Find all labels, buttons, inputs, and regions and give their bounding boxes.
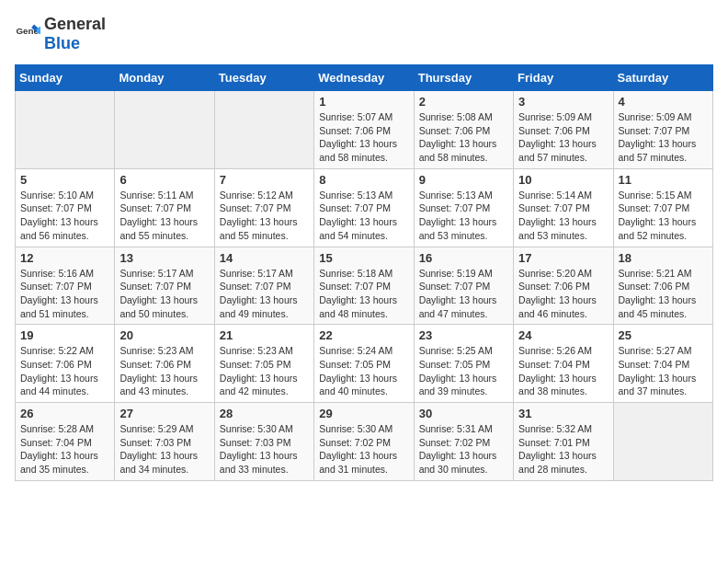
calendar-table: SundayMondayTuesdayWednesdayThursdayFrid…: [15, 64, 713, 481]
day-info: Sunrise: 5:07 AMSunset: 7:06 PMDaylight:…: [319, 110, 408, 165]
day-cell: [214, 91, 313, 169]
day-number: 8: [319, 173, 408, 187]
day-info: Sunrise: 5:30 AMSunset: 7:03 PMDaylight:…: [220, 422, 309, 477]
day-info: Sunrise: 5:08 AMSunset: 7:06 PMDaylight:…: [419, 110, 508, 165]
day-info: Sunrise: 5:31 AMSunset: 7:02 PMDaylight:…: [419, 422, 508, 477]
day-number: 17: [518, 251, 608, 265]
day-info: Sunrise: 5:20 AMSunset: 7:06 PMDaylight:…: [518, 267, 608, 321]
day-info: Sunrise: 5:28 AMSunset: 7:04 PMDaylight:…: [20, 422, 109, 477]
day-number: 5: [20, 173, 109, 187]
day-info: Sunrise: 5:24 AMSunset: 7:05 PMDaylight:…: [319, 344, 408, 398]
day-number: 22: [319, 328, 408, 342]
day-number: 16: [419, 251, 508, 265]
day-number: 29: [319, 407, 408, 420]
weekday-header-friday: Friday: [514, 65, 613, 91]
day-info: Sunrise: 5:23 AMSunset: 7:06 PMDaylight:…: [119, 344, 209, 398]
day-cell: 6Sunrise: 5:11 AMSunset: 7:07 PMDaylight…: [115, 168, 214, 247]
page-header: General General Blue: [15, 15, 713, 53]
day-cell: 1Sunrise: 5:07 AMSunset: 7:06 PMDaylight…: [314, 91, 414, 169]
day-number: 4: [619, 95, 708, 109]
week-row-1: 1Sunrise: 5:07 AMSunset: 7:06 PMDaylight…: [16, 91, 713, 169]
day-number: 11: [619, 173, 708, 187]
day-number: 14: [220, 251, 309, 265]
day-info: Sunrise: 5:16 AMSunset: 7:07 PMDaylight:…: [20, 267, 109, 321]
day-info: Sunrise: 5:27 AMSunset: 7:04 PMDaylight:…: [619, 344, 708, 398]
weekday-header-thursday: Thursday: [414, 65, 513, 91]
day-cell: 8Sunrise: 5:13 AMSunset: 7:07 PMDaylight…: [314, 168, 414, 247]
day-number: 15: [319, 251, 408, 265]
day-info: Sunrise: 5:17 AMSunset: 7:07 PMDaylight:…: [220, 267, 309, 321]
day-number: 6: [119, 173, 209, 187]
day-number: 28: [220, 407, 309, 420]
day-info: Sunrise: 5:13 AMSunset: 7:07 PMDaylight:…: [319, 189, 408, 243]
day-cell: [613, 403, 712, 481]
day-number: 12: [20, 251, 109, 265]
day-info: Sunrise: 5:19 AMSunset: 7:07 PMDaylight:…: [419, 267, 508, 321]
week-row-5: 26Sunrise: 5:28 AMSunset: 7:04 PMDayligh…: [16, 403, 713, 481]
day-number: 27: [119, 407, 209, 420]
day-cell: 31Sunrise: 5:32 AMSunset: 7:01 PMDayligh…: [514, 403, 613, 481]
day-number: 1: [319, 95, 408, 109]
day-info: Sunrise: 5:23 AMSunset: 7:05 PMDaylight:…: [220, 344, 309, 398]
day-info: Sunrise: 5:29 AMSunset: 7:03 PMDaylight:…: [119, 422, 209, 477]
day-number: 18: [619, 251, 708, 265]
day-info: Sunrise: 5:09 AMSunset: 7:07 PMDaylight:…: [619, 110, 708, 165]
day-number: 19: [20, 328, 109, 342]
day-info: Sunrise: 5:26 AMSunset: 7:04 PMDaylight:…: [518, 344, 608, 398]
day-number: 21: [220, 328, 309, 342]
day-info: Sunrise: 5:11 AMSunset: 7:07 PMDaylight:…: [119, 189, 209, 243]
day-cell: 21Sunrise: 5:23 AMSunset: 7:05 PMDayligh…: [214, 325, 313, 403]
logo-blue-text: Blue: [44, 34, 80, 52]
day-cell: 12Sunrise: 5:16 AMSunset: 7:07 PMDayligh…: [16, 247, 115, 325]
weekday-header-wednesday: Wednesday: [314, 65, 414, 91]
day-cell: 23Sunrise: 5:25 AMSunset: 7:05 PMDayligh…: [414, 325, 513, 403]
weekday-header-sunday: Sunday: [16, 65, 115, 91]
day-cell: 22Sunrise: 5:24 AMSunset: 7:05 PMDayligh…: [314, 325, 414, 403]
day-cell: [115, 91, 214, 169]
day-cell: 15Sunrise: 5:18 AMSunset: 7:07 PMDayligh…: [314, 247, 414, 325]
day-number: 31: [518, 407, 608, 420]
day-cell: 14Sunrise: 5:17 AMSunset: 7:07 PMDayligh…: [214, 247, 313, 325]
day-cell: 7Sunrise: 5:12 AMSunset: 7:07 PMDaylight…: [214, 168, 313, 247]
day-cell: 18Sunrise: 5:21 AMSunset: 7:06 PMDayligh…: [613, 247, 712, 325]
day-number: 13: [119, 251, 209, 265]
day-info: Sunrise: 5:30 AMSunset: 7:02 PMDaylight:…: [319, 422, 408, 477]
day-info: Sunrise: 5:25 AMSunset: 7:05 PMDaylight:…: [419, 344, 508, 398]
day-number: 3: [518, 95, 608, 109]
day-cell: 16Sunrise: 5:19 AMSunset: 7:07 PMDayligh…: [414, 247, 513, 325]
day-number: 30: [419, 407, 508, 420]
day-info: Sunrise: 5:32 AMSunset: 7:01 PMDaylight:…: [518, 422, 608, 477]
day-info: Sunrise: 5:09 AMSunset: 7:06 PMDaylight:…: [518, 110, 608, 165]
day-cell: 4Sunrise: 5:09 AMSunset: 7:07 PMDaylight…: [613, 91, 712, 169]
day-number: 23: [419, 328, 508, 342]
day-cell: 17Sunrise: 5:20 AMSunset: 7:06 PMDayligh…: [514, 247, 613, 325]
day-cell: 30Sunrise: 5:31 AMSunset: 7:02 PMDayligh…: [414, 403, 513, 481]
day-cell: 11Sunrise: 5:15 AMSunset: 7:07 PMDayligh…: [613, 168, 712, 247]
weekday-header-saturday: Saturday: [613, 65, 712, 91]
weekday-header-tuesday: Tuesday: [214, 65, 313, 91]
day-number: 20: [119, 328, 209, 342]
day-info: Sunrise: 5:10 AMSunset: 7:07 PMDaylight:…: [20, 189, 109, 243]
week-row-2: 5Sunrise: 5:10 AMSunset: 7:07 PMDaylight…: [16, 168, 713, 247]
day-cell: [16, 91, 115, 169]
logo-general-text: General: [44, 15, 106, 33]
day-number: 26: [20, 407, 109, 420]
day-number: 24: [518, 328, 608, 342]
day-number: 9: [419, 173, 508, 187]
day-info: Sunrise: 5:14 AMSunset: 7:07 PMDaylight:…: [518, 189, 608, 243]
day-number: 25: [619, 328, 708, 342]
day-info: Sunrise: 5:17 AMSunset: 7:07 PMDaylight:…: [119, 267, 209, 321]
day-info: Sunrise: 5:15 AMSunset: 7:07 PMDaylight:…: [619, 189, 708, 243]
day-cell: 10Sunrise: 5:14 AMSunset: 7:07 PMDayligh…: [514, 168, 613, 247]
day-cell: 29Sunrise: 5:30 AMSunset: 7:02 PMDayligh…: [314, 403, 414, 481]
day-cell: 27Sunrise: 5:29 AMSunset: 7:03 PMDayligh…: [115, 403, 214, 481]
logo: General General Blue: [15, 15, 106, 53]
week-row-4: 19Sunrise: 5:22 AMSunset: 7:06 PMDayligh…: [16, 325, 713, 403]
weekday-header-monday: Monday: [115, 65, 214, 91]
day-number: 10: [518, 173, 608, 187]
day-info: Sunrise: 5:18 AMSunset: 7:07 PMDaylight:…: [319, 267, 408, 321]
day-info: Sunrise: 5:12 AMSunset: 7:07 PMDaylight:…: [220, 189, 309, 243]
day-number: 2: [419, 95, 508, 109]
day-cell: 13Sunrise: 5:17 AMSunset: 7:07 PMDayligh…: [115, 247, 214, 325]
day-cell: 5Sunrise: 5:10 AMSunset: 7:07 PMDaylight…: [16, 168, 115, 247]
